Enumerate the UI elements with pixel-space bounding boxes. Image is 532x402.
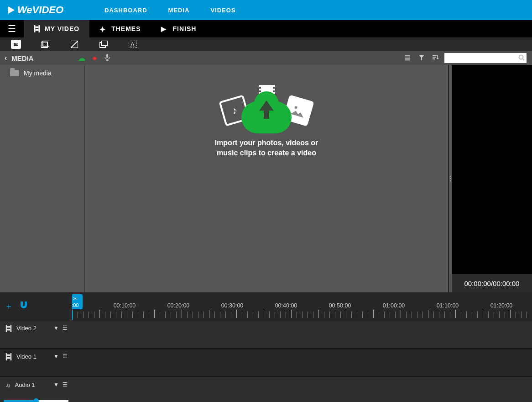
time-label: 01:10:00 — [421, 302, 475, 309]
audio-icon: ♫ — [5, 381, 10, 389]
time-label: 00:30:00 — [205, 302, 259, 309]
filter-button[interactable] — [419, 54, 424, 62]
photos-icon — [41, 41, 49, 48]
track-dropdown[interactable]: ▼ — [53, 381, 59, 388]
transition-icon — [71, 41, 78, 48]
track-name: Audio 1 — [15, 381, 49, 388]
folder-label: My media — [24, 69, 52, 77]
track-header: ♫ Audio 1 ▼ ☰ — [0, 377, 72, 402]
view-controls: ☰ — [399, 54, 444, 62]
tool-strip: ★ A — [0, 37, 532, 51]
hamburger-button[interactable]: ☰ — [0, 20, 24, 37]
time-current: 00:00:00 — [464, 280, 491, 287]
tool-overlays[interactable] — [99, 40, 109, 49]
video-icon — [5, 353, 12, 362]
preview-screen[interactable] — [452, 65, 532, 274]
tab-label: THEMES — [111, 25, 141, 32]
search-box[interactable] — [444, 53, 527, 63]
timeline-tools: ＋ — [0, 292, 72, 320]
nav-videos[interactable]: VIDEOS — [210, 7, 235, 14]
scissors-icon: ✂ — [73, 296, 78, 302]
media-content[interactable]: ♪ Import your photos, videos or music cl… — [85, 65, 449, 292]
playhead-tab[interactable]: ▿ ✂ 00:00:00 — [72, 294, 83, 309]
track-menu[interactable]: ☰ — [63, 381, 68, 388]
sort-button[interactable] — [433, 54, 439, 62]
folder-star-icon: ★ — [14, 41, 18, 48]
tool-photos[interactable] — [40, 40, 50, 49]
time-ruler[interactable]: ▿ ✂ 00:00:00 00:10:00 00:20:00 00:30:00 … — [72, 292, 532, 320]
track-dropdown[interactable]: ▼ — [53, 353, 59, 360]
layers-icon — [99, 41, 108, 48]
logo[interactable]: WeVIDEO — [8, 4, 63, 16]
add-track-button[interactable]: ＋ — [5, 301, 13, 312]
svg-rect-23 — [7, 357, 10, 359]
svg-point-13 — [519, 55, 523, 59]
track-body[interactable] — [72, 377, 532, 402]
media-sidebar: My media — [0, 65, 85, 292]
tab-themes[interactable]: THEMES — [89, 20, 151, 37]
volume-fill — [4, 400, 36, 402]
time-total: 00:00:00 — [493, 280, 519, 287]
tool-transition[interactable] — [69, 40, 79, 49]
timeline: ＋ ▿ ✂ 00:00:00 00:10:00 00:20:00 00:30:0… — [0, 292, 532, 402]
track-body[interactable] — [72, 320, 532, 348]
funnel-icon — [419, 55, 424, 60]
snap-button[interactable] — [19, 302, 28, 311]
track-header: Video 1 ▼ ☰ — [0, 349, 72, 376]
track-dropdown[interactable]: ▼ — [53, 325, 59, 331]
tool-media[interactable]: ★ — [11, 40, 21, 49]
volume-slider[interactable] — [4, 399, 68, 402]
time-label: 00:10:00 — [98, 302, 151, 309]
top-bar: WeVIDEO DASHBOARD MEDIA VIDEOS — [0, 0, 532, 20]
text-icon: A — [129, 41, 137, 48]
tab-finish[interactable]: FINISH — [151, 20, 207, 37]
main-area: My media ♪ Import your photos, videos or… — [0, 65, 532, 292]
top-nav: DASHBOARD MEDIA VIDEOS — [104, 7, 236, 14]
list-view-button[interactable]: ☰ — [405, 54, 411, 62]
track-menu[interactable]: ☰ — [63, 353, 68, 360]
up-arrow-icon — [259, 100, 274, 111]
time-label: 01:20:00 — [475, 302, 528, 309]
svg-rect-3 — [35, 29, 38, 31]
svg-rect-22 — [7, 354, 10, 356]
ruler-row: ＋ ▿ ✂ 00:00:00 00:10:00 00:20:00 00:30:0… — [0, 292, 532, 320]
svg-text:★: ★ — [16, 43, 18, 46]
folder-my-media[interactable]: My media — [0, 65, 84, 77]
time-label: 00:50:00 — [313, 302, 367, 309]
play-icon — [8, 6, 15, 14]
playhead-time: 00:00:00 — [72, 302, 79, 308]
volume-knob[interactable] — [33, 398, 39, 402]
back-button[interactable]: ‹ — [0, 54, 11, 62]
preview-time: 00:00:00 / 00:00:00 — [452, 274, 532, 292]
track-name: Video 1 — [16, 353, 49, 360]
editor-tabs: ☰ MY VIDEO THEMES FINISH — [0, 20, 532, 37]
import-prompt[interactable]: ♪ Import your photos, videos or music cl… — [215, 84, 318, 158]
svg-rect-1 — [35, 25, 38, 32]
track-video-1: Video 1 ▼ ☰ — [0, 348, 532, 376]
nav-media[interactable]: MEDIA — [168, 7, 190, 14]
tab-my-video[interactable]: MY VIDEO — [24, 20, 89, 37]
time-label: 00:20:00 — [151, 302, 205, 309]
svg-rect-5 — [41, 42, 47, 48]
tab-label: FINISH — [173, 25, 197, 32]
svg-rect-6 — [43, 41, 49, 46]
track-header: Video 2 ▼ ☰ — [0, 320, 72, 348]
upload-button[interactable]: ☁ — [75, 54, 88, 63]
folder-icon — [10, 70, 19, 76]
svg-rect-2 — [35, 26, 38, 28]
record-button[interactable]: ● — [88, 53, 101, 63]
svg-text:A: A — [130, 41, 135, 48]
import-illustration: ♪ — [221, 84, 312, 134]
mic-icon — [104, 54, 110, 61]
magnet-icon — [19, 302, 28, 309]
track-body[interactable] — [72, 349, 532, 376]
tool-text[interactable]: A — [128, 40, 138, 49]
ruler-ticks — [72, 312, 532, 318]
media-bar: ‹ MEDIA ☁ ● ☰ — [0, 51, 532, 65]
track-menu[interactable]: ☰ — [63, 325, 68, 331]
mic-button[interactable] — [101, 54, 114, 63]
svg-rect-21 — [7, 353, 10, 360]
tab-label: MY VIDEO — [45, 25, 79, 32]
nav-dashboard[interactable]: DASHBOARD — [104, 7, 147, 14]
search-input[interactable] — [444, 53, 527, 63]
